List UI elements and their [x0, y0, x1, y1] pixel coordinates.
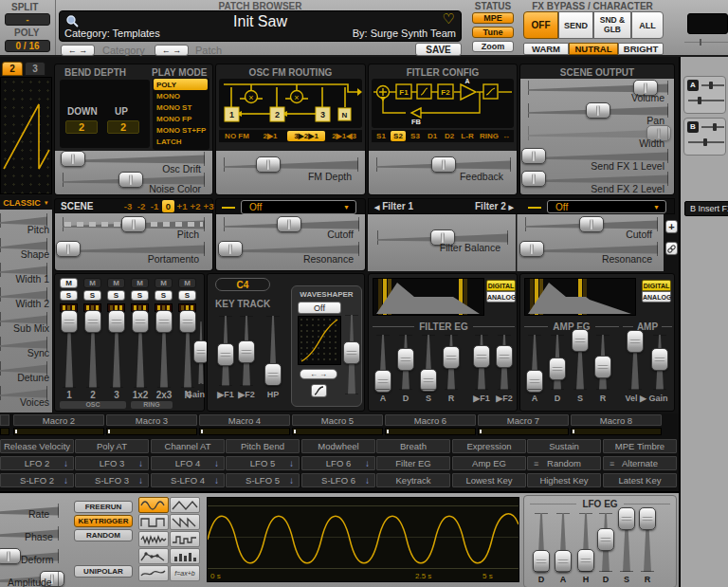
- macro-bar[interactable]: [292, 428, 383, 435]
- fc-option-wide[interactable]: ↔: [500, 131, 512, 141]
- lfoeg-attack-slider[interactable]: [555, 513, 572, 572]
- fm-option-3to2to1[interactable]: 3▶2▶1: [287, 131, 325, 141]
- slider-handle[interactable]: [521, 148, 546, 164]
- slider-handle[interactable]: [132, 310, 149, 333]
- slider-handle[interactable]: [579, 216, 604, 232]
- filter-link-button[interactable]: [665, 242, 678, 255]
- lfo-shape-formula[interactable]: f=ax+b: [170, 565, 200, 581]
- slider-handle[interactable]: [618, 507, 635, 530]
- mpe-button[interactable]: MPE: [472, 12, 514, 24]
- play-mode-option[interactable]: LATCH: [154, 136, 208, 147]
- feg-sustain-slider[interactable]: [420, 335, 437, 390]
- slider-handle[interactable]: [218, 241, 243, 257]
- lfoeg-delay-slider[interactable]: [533, 513, 550, 572]
- feg-f2-depth-slider[interactable]: [496, 335, 513, 390]
- solo-button-1x2[interactable]: S: [131, 290, 149, 301]
- b-insert-fx-bar[interactable]: B Insert FX: [684, 201, 728, 216]
- mod-source-breath[interactable]: Breath: [376, 439, 450, 453]
- slider-handle[interactable]: [84, 310, 101, 333]
- save-button[interactable]: SAVE: [415, 43, 462, 56]
- filter-eg-analog-button[interactable]: ANALOG: [486, 291, 516, 303]
- macro-bar[interactable]: [106, 428, 197, 435]
- octave-minus3[interactable]: -3: [121, 201, 135, 211]
- zoom-button[interactable]: Zoom: [472, 41, 514, 52]
- lfo-shape-sample-hold[interactable]: [170, 531, 200, 547]
- macro-bar[interactable]: [571, 428, 662, 435]
- keytrack-hp-slider[interactable]: [264, 316, 282, 386]
- fc-option-d2[interactable]: D2: [442, 131, 457, 141]
- slider-handle[interactable]: [549, 358, 566, 380]
- feedback-slider[interactable]: [376, 158, 511, 172]
- mod-source-channel-at[interactable]: Channel AT: [151, 439, 225, 453]
- character-bright-button[interactable]: BRIGHT: [618, 43, 664, 55]
- slider-handle[interactable]: [374, 370, 391, 393]
- aeg-decay-slider[interactable]: [549, 335, 566, 390]
- filter2-nav[interactable]: Filter 2 ▶: [475, 201, 514, 211]
- mute-button-2x3[interactable]: M: [155, 278, 173, 288]
- slider-handle[interactable]: [519, 241, 544, 257]
- slider-handle[interactable]: [572, 329, 589, 352]
- lfo-shape-noise[interactable]: [138, 531, 169, 547]
- slider-handle[interactable]: [496, 345, 513, 368]
- fx-slot-group-a[interactable]: A: [683, 76, 726, 114]
- arrow-right-icon[interactable]: →: [319, 370, 327, 378]
- macro-cell[interactable]: Macro 5: [292, 414, 383, 426]
- mod-source-modwheel[interactable]: Modwheel: [301, 439, 375, 453]
- mod-source-expression[interactable]: Expression: [452, 439, 526, 453]
- fx-bypass-off-button[interactable]: OFF: [523, 11, 558, 39]
- patch-display[interactable]: Init Saw ♡ Category: Templates By: Surge…: [59, 10, 462, 42]
- slider-handle[interactable]: [577, 549, 594, 572]
- octave-minus1[interactable]: -1: [148, 201, 161, 211]
- slider-handle[interactable]: [179, 310, 196, 333]
- slider-handle[interactable]: [121, 216, 146, 232]
- mod-source-slfo2[interactable]: S-LFO 2↓: [0, 473, 74, 487]
- slider-handle[interactable]: [264, 363, 282, 386]
- feg-f1-depth-slider[interactable]: [473, 335, 490, 390]
- slider-handle[interactable]: [639, 507, 656, 530]
- keytrack-f2-slider[interactable]: [238, 316, 255, 386]
- amp-eg-digital-button[interactable]: DIGITAL: [642, 280, 671, 291]
- play-mode-option[interactable]: MONO: [154, 90, 208, 101]
- slider-handle[interactable]: [555, 550, 572, 573]
- macro-bar[interactable]: [199, 428, 290, 435]
- lfoeg-decay-slider[interactable]: [597, 513, 614, 572]
- mixer-slider-3[interactable]: [108, 316, 125, 388]
- waveshaper-type-dropdown[interactable]: Off: [298, 302, 341, 314]
- fx-bypass-sndglb-button[interactable]: SND & GLB: [593, 11, 631, 39]
- macro-bar[interactable]: [13, 428, 104, 435]
- octave-plus3[interactable]: +3: [202, 201, 215, 211]
- bend-down-value[interactable]: 2: [65, 120, 98, 134]
- slider-handle[interactable]: [61, 310, 78, 333]
- fx-bypass-send-button[interactable]: SEND: [558, 11, 593, 39]
- play-mode-option[interactable]: MONO FP: [154, 113, 208, 124]
- aeg-sustain-slider[interactable]: [572, 335, 589, 390]
- play-mode-option[interactable]: POLY: [154, 79, 208, 90]
- arrow-down-icon[interactable]: ↓: [289, 458, 294, 468]
- lfo-waveform-display[interactable]: 0 s 2.5 s 5 s: [207, 497, 519, 582]
- aeg-release-slider[interactable]: [594, 335, 611, 390]
- slider-handle[interactable]: [238, 340, 255, 363]
- slider-handle[interactable]: [526, 370, 543, 393]
- mixer-slider-2[interactable]: [84, 316, 101, 388]
- mixer-slider-2x3[interactable]: [155, 316, 173, 388]
- mod-source-slfo5[interactable]: S-LFO 5↓: [226, 473, 300, 487]
- fc-option-s3[interactable]: S3: [408, 131, 423, 141]
- lfoeg-release-slider[interactable]: [639, 513, 656, 572]
- mod-source-pitch-bend[interactable]: Pitch Bend: [226, 439, 300, 453]
- mute-button-1x2[interactable]: M: [131, 278, 149, 288]
- filter1-nav[interactable]: ◀ Filter 1: [374, 201, 413, 211]
- octave-zero[interactable]: 0: [162, 200, 174, 212]
- filter1-type-dropdown[interactable]: Off ▼: [241, 200, 356, 214]
- lfo-shape-step-seq[interactable]: [170, 548, 200, 564]
- mixer-gain-slider[interactable]: [198, 321, 204, 384]
- slider-handle[interactable]: [0, 548, 21, 564]
- arrow-down-icon[interactable]: ↓: [138, 458, 143, 468]
- slider-handle[interactable]: [473, 345, 490, 368]
- mod-source-alternate[interactable]: ≡Alternate: [603, 456, 677, 470]
- mod-source-sustain[interactable]: Sustain: [527, 439, 601, 453]
- slider-handle[interactable]: [61, 151, 85, 167]
- bend-up-value[interactable]: 2: [107, 120, 139, 134]
- fc-option-ring[interactable]: RING: [478, 131, 500, 141]
- lfo-shape-square[interactable]: [138, 514, 169, 530]
- lfo-shape-mseg[interactable]: [138, 565, 169, 581]
